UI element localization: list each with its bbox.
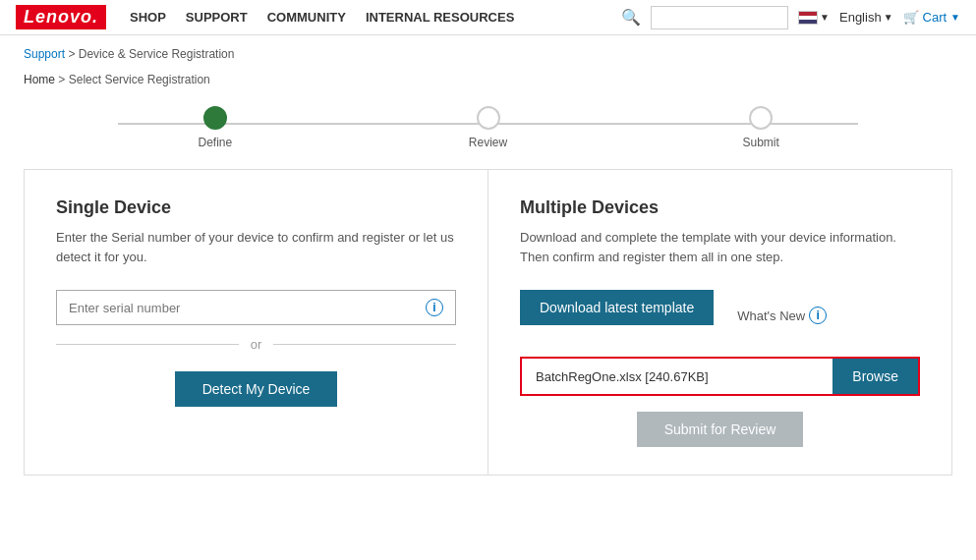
- stepper: Define Review Submit: [0, 90, 976, 157]
- lang-chevron-icon: ▼: [884, 12, 893, 23]
- step-submit: Submit: [624, 106, 897, 149]
- page-path-home[interactable]: Home: [24, 73, 55, 86]
- multiple-devices-title: Multiple Devices: [520, 197, 920, 218]
- flag-chevron-icon: ▼: [820, 12, 830, 23]
- or-divider: or: [56, 337, 456, 352]
- language-label: English: [839, 10, 882, 25]
- step-review: Review: [352, 106, 625, 149]
- file-upload-row: BatchRegOne.xlsx [240.67KB] Browse: [520, 357, 920, 396]
- whats-new-label: What's New: [737, 308, 805, 323]
- breadcrumb-support[interactable]: Support: [24, 47, 65, 61]
- step-define-circle: [203, 106, 227, 130]
- whats-new-link[interactable]: What's New i: [737, 307, 827, 324]
- navbar-right: 🔍 ▼ English ▼ 🛒 Cart ▼: [621, 6, 960, 29]
- breadcrumb-current: Device & Service Registration: [79, 47, 235, 61]
- search-icon[interactable]: 🔍: [621, 8, 641, 27]
- step-submit-circle: [749, 106, 773, 130]
- lenovo-logo[interactable]: Lenovo.: [16, 5, 106, 29]
- step-review-label: Review: [469, 136, 507, 149]
- serial-number-input[interactable]: [69, 301, 418, 315]
- step-submit-label: Submit: [743, 136, 779, 149]
- breadcrumb: Support > Device & Service Registration: [0, 35, 976, 65]
- main-content: Single Device Enter the Serial number of…: [24, 169, 952, 476]
- nav-links: SHOP SUPPORT COMMUNITY INTERNAL RESOURCE…: [130, 10, 514, 25]
- serial-info-icon[interactable]: i: [426, 299, 443, 316]
- detect-device-button[interactable]: Detect My Device: [175, 371, 338, 407]
- navbar: Lenovo. SHOP SUPPORT COMMUNITY INTERNAL …: [0, 0, 976, 35]
- whats-new-info-icon[interactable]: i: [809, 307, 827, 324]
- page-path-current: Select Service Registration: [69, 73, 210, 86]
- language-button[interactable]: English ▼: [839, 10, 893, 25]
- nav-support[interactable]: SUPPORT: [186, 10, 248, 25]
- multiple-devices-desc: Download and complete the template with …: [520, 228, 920, 266]
- multiple-devices-panel: Multiple Devices Download and complete t…: [488, 170, 951, 475]
- download-template-button[interactable]: Download latest template: [520, 290, 714, 325]
- flag-icon: [798, 11, 818, 25]
- step-define-label: Define: [198, 136, 232, 149]
- nav-community[interactable]: COMMUNITY: [267, 10, 346, 25]
- download-row: Download latest template What's New i: [520, 290, 920, 341]
- browse-button[interactable]: Browse: [832, 359, 918, 394]
- flag-button[interactable]: ▼: [798, 11, 830, 25]
- cart-label: Cart: [923, 10, 947, 25]
- nav-shop[interactable]: SHOP: [130, 10, 166, 25]
- cart-chevron-icon: ▼: [950, 12, 960, 23]
- search-input[interactable]: [651, 6, 788, 29]
- single-device-title: Single Device: [56, 197, 456, 218]
- submit-review-button[interactable]: Submit for Review: [637, 412, 804, 447]
- single-device-panel: Single Device Enter the Serial number of…: [25, 170, 488, 475]
- step-define: Define: [79, 106, 352, 149]
- cart-icon: 🛒: [903, 10, 919, 25]
- step-review-circle: [477, 106, 500, 130]
- page-path-sep: >: [58, 73, 68, 86]
- single-device-desc: Enter the Serial number of your device t…: [56, 228, 456, 266]
- file-name-label: BatchRegOne.xlsx [240.67KB]: [522, 360, 832, 394]
- page-path: Home > Select Service Registration: [0, 65, 976, 90]
- or-label: or: [251, 337, 262, 352]
- cart-button[interactable]: 🛒 Cart ▼: [903, 10, 960, 25]
- serial-input-row: i: [56, 290, 456, 325]
- nav-internal[interactable]: INTERNAL RESOURCES: [366, 10, 514, 25]
- breadcrumb-sep1: >: [68, 47, 78, 61]
